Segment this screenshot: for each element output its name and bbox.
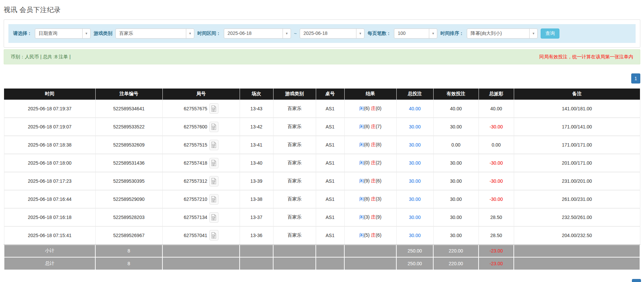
total-row-cell-7: 250.00: [396, 257, 433, 270]
cell-table-no: AS1: [316, 208, 344, 226]
column-header-6: 结果: [344, 89, 396, 100]
cell-bet-id: 522589534641: [95, 100, 162, 118]
chevron-down-icon: ▼: [283, 29, 291, 38]
video-file-icon[interactable]: [209, 122, 218, 132]
cell-session: 13-38: [240, 190, 273, 208]
player-result: 闲: [359, 196, 364, 202]
total-bet-link[interactable]: 30.00: [409, 160, 420, 166]
cell-payout: -30.00: [479, 154, 514, 172]
query-type-value: 日期查询: [35, 29, 82, 38]
round-number: 627557041: [184, 233, 207, 238]
cell-payout: 40.00: [479, 100, 514, 118]
subtotal-row-cell-9: -23.00: [479, 244, 514, 257]
total-bet-link[interactable]: 30.00: [409, 178, 420, 184]
table-body: 2025-06-18 07:19:37522589534641627557675…: [4, 100, 640, 244]
column-header-2: 局号: [162, 89, 240, 100]
date-from-select[interactable]: 2025-06-18 ▼: [224, 29, 291, 39]
cell-note: 232.50/261.00: [514, 208, 640, 226]
column-header-5: 桌号: [316, 89, 344, 100]
cell-session: 13-40: [240, 154, 273, 172]
cell-valid-bet: 30.00: [433, 208, 479, 226]
cell-bet-id: 522589532609: [95, 136, 162, 154]
column-header-3: 场次: [240, 89, 273, 100]
video-file-icon[interactable]: [209, 158, 218, 168]
total-bet-link[interactable]: 30.00: [409, 215, 420, 220]
player-result: 闲: [359, 124, 364, 129]
subtotal-row-cell-1: 8: [95, 244, 162, 257]
cell-valid-bet: 0.00: [433, 136, 479, 154]
video-file-icon[interactable]: [209, 212, 218, 223]
subtotal-row-cell-6: [344, 244, 396, 257]
round-number: 627557134: [184, 215, 207, 220]
cell-time: 2025-06-18 07:16:44: [4, 190, 95, 208]
table-header-row: 时间注单编号局号场次游戏类别桌号结果总投注有效投注总派彩备注: [4, 89, 640, 100]
cell-total-bet[interactable]: 30.00: [396, 172, 433, 190]
page-size-select[interactable]: 100 ▼: [394, 29, 437, 39]
cell-total-bet[interactable]: 30.00: [396, 136, 433, 154]
cell-table-no: AS1: [316, 190, 344, 208]
cell-round-id: 627557134: [162, 208, 240, 226]
cell-total-bet[interactable]: 30.00: [396, 154, 433, 172]
cell-total-bet[interactable]: 40.00: [396, 100, 433, 118]
cell-result: 闲(5) 庄(6): [344, 226, 396, 244]
date-from-value: 2025-06-18: [224, 29, 283, 38]
cell-result: 闲(0) 庄(2): [344, 154, 396, 172]
player-result: 闲: [359, 160, 364, 165]
column-header-0: 时间: [4, 89, 95, 100]
cell-note: 231.00/201.00: [514, 172, 640, 190]
video-file-icon[interactable]: [209, 103, 218, 114]
cell-table-no: AS1: [316, 154, 344, 172]
round-number: 627557515: [184, 142, 207, 148]
cell-time: 2025-06-18 07:19:37: [4, 100, 95, 118]
page-1-button[interactable]: 1: [631, 73, 640, 83]
cell-note: 261.00/231.00: [514, 190, 640, 208]
cell-note: 204.00/232.50: [514, 226, 640, 244]
page-size-label: 每页笔数：: [367, 31, 391, 37]
total-bet-link[interactable]: 30.00: [409, 124, 420, 129]
total-bet-link[interactable]: 30.00: [409, 196, 420, 202]
cell-session: 13-43: [240, 100, 273, 118]
subtotal-row-cell-10: [514, 244, 640, 257]
cell-total-bet[interactable]: 30.00: [396, 226, 433, 244]
round-number: 627557675: [184, 106, 207, 111]
sort-order-select[interactable]: 降幂(由大到小) ▼: [467, 29, 538, 39]
date-to-select[interactable]: 2025-06-18 ▼: [300, 29, 364, 39]
banker-result: 庄: [371, 232, 376, 238]
subtotal-row-cell-3: [240, 244, 273, 257]
table-row: 2025-06-18 07:19:37522589534641627557675…: [4, 100, 640, 118]
subtotal-row-cell-2: [162, 244, 240, 257]
cell-total-bet[interactable]: 30.00: [396, 118, 433, 136]
player-result: 闲: [359, 214, 364, 220]
cell-payout: -30.00: [479, 172, 514, 190]
total-bet-link[interactable]: 30.00: [409, 142, 420, 148]
cell-session: 13-39: [240, 172, 273, 190]
query-type-select[interactable]: 日期查询 ▼: [35, 29, 91, 39]
cell-total-bet[interactable]: 30.00: [396, 208, 433, 226]
cell-total-bet[interactable]: 30.00: [396, 190, 433, 208]
cell-session: 13-37: [240, 208, 273, 226]
cell-time: 2025-06-18 07:16:18: [4, 208, 95, 226]
page-container: 视讯 会员下注纪录 请选择： 日期查询 ▼ 游戏类别 百家乐 ▼ 时间区间： 2…: [0, 5, 644, 270]
chevron-down-icon: ▼: [82, 29, 90, 38]
time-range-label: 时间区间：: [197, 31, 221, 37]
video-file-icon[interactable]: [209, 176, 218, 186]
table-footer: 小计8250.00220.00-23.00总计8250.00220.00-23.…: [4, 244, 640, 270]
game-type-value: 百家乐: [116, 29, 186, 38]
search-button[interactable]: 查询: [541, 29, 559, 39]
video-file-icon[interactable]: [209, 230, 218, 240]
total-bet-link[interactable]: 30.00: [409, 233, 420, 238]
round-number: 627557418: [184, 160, 207, 166]
column-header-9: 总派彩: [479, 89, 514, 100]
round-number: 627557600: [184, 124, 207, 129]
currency-total-text: 币别：人民币 | 总共 :8 注单 |: [11, 54, 70, 60]
page-1-button[interactable]: 1: [632, 279, 641, 282]
game-type-select[interactable]: 百家乐 ▼: [115, 29, 194, 39]
total-bet-link[interactable]: 40.00: [409, 106, 420, 111]
game-type-label: 游戏类别: [94, 31, 112, 37]
video-file-icon[interactable]: [209, 140, 218, 150]
video-file-icon[interactable]: [209, 194, 218, 205]
cell-note: 171.00/141.00: [514, 118, 640, 136]
cell-game-type: 百家乐: [273, 118, 316, 136]
cell-payout: 28.50: [479, 226, 514, 244]
cell-table-no: AS1: [316, 136, 344, 154]
